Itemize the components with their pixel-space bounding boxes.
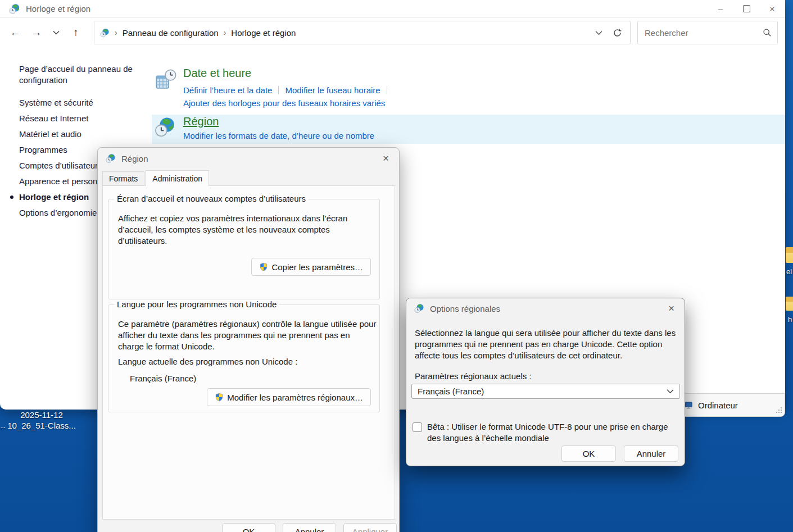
copy-settings-label: Copier les paramètres… [271, 262, 363, 272]
close-icon[interactable]: × [380, 152, 391, 165]
forward-button[interactable]: → [26, 22, 47, 43]
window-controls: – × [708, 0, 785, 17]
link-change-timezone[interactable]: Modifier le fuseau horaire [285, 85, 380, 95]
statusbar-label: Ordinateur [698, 401, 738, 410]
search-input[interactable] [644, 28, 763, 38]
ok-button[interactable]: OK [561, 445, 616, 462]
region-dialog-titlebar: Région × [98, 148, 399, 169]
date-time-icon [155, 69, 177, 91]
desktop-edge-text-fragment: h [788, 315, 792, 324]
titlebar: Horloge et région – × [0, 0, 785, 18]
regional-options-description: Sélectionnez la langue qui sera utilisée… [415, 328, 678, 361]
current-language-label: Langue actuelle des programmes non Unico… [118, 357, 297, 366]
utf8-beta-checkbox[interactable] [413, 422, 422, 432]
non-unicode-group-text: Ce paramètre (paramètres régionaux) cont… [118, 319, 378, 352]
maximize-icon [743, 5, 750, 12]
desktop-icon-label-line1: 2025-11-12 [4, 410, 79, 420]
uac-shield-icon [259, 262, 268, 271]
welcome-screen-group: Écran d’accueil et nouveaux comptes d’ut… [108, 199, 380, 299]
address-bar-actions [595, 28, 624, 38]
date-time-heading[interactable]: Date et heure [183, 67, 644, 80]
search-box[interactable] [637, 21, 778, 44]
date-time-section: Date et heure Définir l’heure et la date… [183, 67, 644, 110]
back-button[interactable]: ← [4, 22, 26, 43]
region-dialog-title: Région [121, 154, 148, 163]
regional-options-dialog: Options régionales × Sélectionnez la lan… [406, 298, 685, 466]
desktop-icon-label-fragment: ... [0, 420, 6, 430]
sidebar-item-network-internet[interactable]: Réseau et Internet [19, 113, 138, 124]
current-locale-label: Paramètres régionaux actuels : [415, 371, 532, 381]
resize-grip[interactable] [776, 407, 782, 414]
change-system-locale-label: Modifier les paramètres régionaux… [227, 393, 363, 402]
divider [278, 86, 279, 94]
region-section: Région Modifier les formats de date, d’h… [183, 115, 374, 140]
tab-administration[interactable]: Administration [146, 170, 209, 186]
current-language-value: Français (France) [130, 374, 196, 383]
locale-dropdown-value: Français (France) [418, 387, 484, 396]
non-unicode-group: Langue pour les programmes non Unicode C… [108, 304, 380, 412]
background-window-statusbar: Ordinateur [677, 393, 785, 417]
regional-options-titlebar: Options régionales × [406, 298, 685, 319]
region-dialog-icon [106, 153, 116, 163]
breadcrumb-chevron-icon: › [115, 28, 117, 37]
cancel-button[interactable]: Annuler [624, 445, 678, 462]
ok-button[interactable]: OK [222, 523, 275, 532]
active-bullet-icon [10, 195, 13, 199]
desktop-icon-label-line2: 10_26_51-Class... [4, 420, 79, 431]
region-dialog-tabs: Formats Administration [102, 170, 210, 185]
address-bar[interactable]: › Panneau de configuration › Horloge et … [94, 21, 631, 44]
minimize-button[interactable]: – [708, 0, 733, 17]
region-heading[interactable]: Région [183, 115, 374, 128]
close-icon[interactable]: × [666, 302, 677, 315]
uac-shield-icon [215, 393, 224, 402]
window-title: Horloge et région [26, 4, 90, 13]
desktop-edge-text-fragment: el [786, 267, 792, 276]
change-system-locale-button[interactable]: Modifier les paramètres régionaux… [207, 388, 371, 406]
tab-formats[interactable]: Formats [102, 171, 144, 185]
chevron-down-icon [53, 30, 60, 35]
link-add-clocks[interactable]: Ajouter des horloges pour des fuseaux ho… [183, 98, 385, 108]
close-button[interactable]: × [759, 0, 785, 17]
region-dialog: Région × Formats Administration Écran d’… [97, 147, 400, 532]
chevron-down-icon [667, 389, 674, 394]
apply-button[interactable]: Appliquer [343, 523, 397, 532]
sidebar-item-label: Horloge et région [19, 192, 89, 202]
control-panel-icon [100, 28, 110, 38]
link-set-time-date[interactable]: Définir l’heure et la date [183, 85, 272, 95]
breadcrumb-control-panel[interactable]: Panneau de configuration [123, 28, 219, 38]
desktop-icon-label[interactable]: 2025-11-12 10_26_51-Class... [4, 410, 79, 431]
region-subtitle[interactable]: Modifier les formats de date, d’heure ou… [183, 131, 374, 140]
folder-icon-fragment [786, 297, 793, 311]
administration-tab-page: Écran d’accueil et nouveaux comptes d’ut… [102, 185, 395, 520]
computer-icon [685, 401, 693, 410]
utf8-beta-option: Bêta : Utiliser le format Unicode UTF-8 … [413, 421, 681, 444]
desktop: Horloge et région – × ← → ↑ [0, 0, 793, 532]
up-button[interactable]: ↑ [65, 22, 87, 43]
region-dialog-buttons: OK Annuler Appliquer [98, 523, 399, 532]
welcome-screen-group-legend: Écran d’accueil et nouveaux comptes d’ut… [114, 194, 309, 203]
cancel-button[interactable]: Annuler [283, 523, 336, 532]
sidebar-item-hardware-sound[interactable]: Matériel et audio [19, 129, 138, 140]
divider [387, 86, 387, 94]
date-time-links: Définir l’heure et la dateModifier le fu… [183, 84, 644, 110]
breadcrumb-chevron-icon: › [224, 28, 226, 37]
address-dropdown-chevron-icon[interactable] [595, 30, 602, 35]
folder-icon-fragment [786, 247, 793, 263]
search-icon[interactable] [763, 28, 772, 37]
sidebar-item-home[interactable]: Page d’accueil du panneau de configurati… [19, 63, 138, 86]
breadcrumb-clock-region[interactable]: Horloge et région [231, 28, 296, 38]
welcome-screen-group-text: Affichez et copiez vos paramètres intern… [118, 213, 356, 247]
locale-dropdown[interactable]: Français (France) [411, 384, 680, 399]
utf8-beta-label[interactable]: Bêta : Utiliser le format Unicode UTF-8 … [427, 421, 681, 444]
refresh-icon[interactable] [613, 28, 622, 38]
sidebar-item-system-security[interactable]: Système et sécurité [19, 97, 138, 108]
clock-globe-app-icon [9, 3, 20, 15]
copy-settings-button[interactable]: Copier les paramètres… [251, 258, 371, 276]
regional-options-buttons: OK Annuler [406, 445, 685, 462]
maximize-button[interactable] [733, 0, 759, 17]
non-unicode-group-legend: Langue pour les programmes non Unicode [114, 299, 279, 309]
region-dialog-icon [414, 303, 424, 313]
navigation-bar: ← → ↑ › Panneau de configuration › Horlo… [0, 18, 785, 47]
recent-pages-chevron[interactable] [47, 22, 65, 43]
regional-options-title: Options régionales [430, 304, 500, 313]
